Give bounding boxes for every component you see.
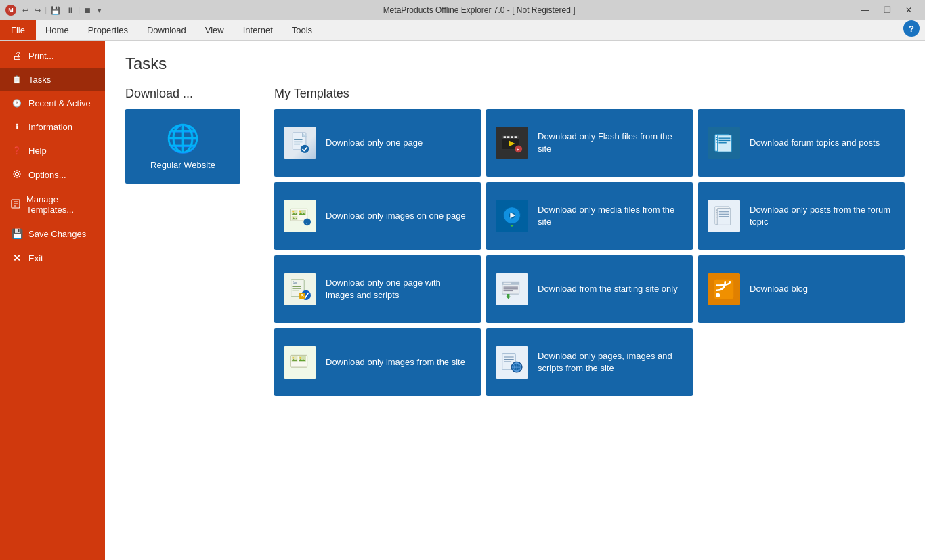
- svg-rect-7: [294, 142, 302, 142]
- svg-rect-14: [511, 136, 513, 138]
- svg-rect-23: [718, 135, 732, 152]
- sidebar-item-help[interactable]: ❓ Help: [0, 139, 105, 163]
- sidebar-item-exit[interactable]: ✕ Exit: [0, 246, 105, 270]
- svg-text:S: S: [301, 293, 304, 299]
- pages-images-scripts-label: Download only pages, images and scripts …: [538, 350, 683, 374]
- tasks-icon: 📋: [11, 75, 23, 84]
- svg-point-70: [299, 357, 301, 359]
- sidebar-item-manage[interactable]: Manage Templates...: [0, 188, 105, 221]
- forum-topics-label: Download forum topics and posts: [750, 137, 880, 149]
- one-page-label: Download only one page: [326, 137, 423, 149]
- template-card-pages-images-scripts[interactable]: Download only pages, images and scripts …: [486, 328, 693, 396]
- forum-posts-icon: [708, 200, 740, 232]
- template-card-blog[interactable]: Download blog: [698, 255, 905, 323]
- starting-site-label: Download from the starting site only: [538, 283, 678, 295]
- menu-bar: File Home Properties Download View Inter…: [0, 20, 925, 41]
- forum-posts-label: Download only posts from the forum topic: [750, 204, 895, 228]
- window-controls: — ❐ ✕: [855, 3, 920, 18]
- images-page-label: Download only images on one page: [326, 210, 466, 222]
- download-section: Download ... 🌐 Regular Website: [125, 87, 261, 396]
- title-bar: M ↩ ↪ | 💾 ⏸ | ⏹ ▾ MetaProducts Offline E…: [0, 0, 925, 20]
- svg-point-0: [16, 173, 19, 176]
- media-icon: [496, 200, 528, 232]
- manage-icon: [11, 199, 21, 211]
- window-title: MetaProducts Offline Explorer 7.0 - [ No…: [383, 5, 576, 15]
- tb-sep1: |: [45, 6, 47, 14]
- media-label: Download only media files from the site: [538, 204, 683, 228]
- download-section-title: Download ...: [125, 87, 261, 101]
- images-site-label: Download only images from the site: [326, 356, 465, 368]
- sidebar-item-tasks[interactable]: 📋 Tasks: [0, 68, 105, 91]
- flash-label: Download only Flash files from the site: [538, 131, 683, 155]
- svg-point-65: [716, 293, 720, 297]
- images-page-icon: ↓: [284, 200, 316, 232]
- content-area: Tasks Download ... 🌐 Regular Website My …: [105, 41, 925, 560]
- app-icon: M: [5, 5, 16, 16]
- menu-home[interactable]: Home: [36, 20, 79, 40]
- page-title: Tasks: [125, 54, 905, 73]
- save-quick-btn[interactable]: 💾: [51, 6, 60, 14]
- svg-rect-15: [515, 136, 517, 138]
- save-icon: 💾: [11, 228, 23, 239]
- page-scripts-icon: A= S: [284, 273, 316, 305]
- svg-rect-12: [504, 136, 507, 138]
- regular-website-label: Regular Website: [150, 160, 215, 170]
- svg-point-31: [299, 211, 301, 213]
- options-icon: [11, 169, 23, 181]
- minimize-button[interactable]: —: [855, 3, 876, 18]
- blog-label: Download blog: [750, 283, 808, 295]
- svg-text:F: F: [517, 147, 520, 152]
- menu-properties[interactable]: Properties: [79, 20, 137, 40]
- menu-view[interactable]: View: [196, 20, 234, 40]
- template-card-page-scripts[interactable]: A= S Download only one page with images …: [274, 255, 481, 323]
- help-sidebar-icon: ❓: [11, 146, 23, 155]
- tb-sep2: |: [78, 6, 80, 14]
- template-card-media[interactable]: Download only media files from the site: [486, 182, 693, 250]
- regular-website-card[interactable]: 🌐 Regular Website: [125, 109, 240, 184]
- forum-topics-icon: [708, 127, 740, 159]
- starting-site-icon: [496, 273, 528, 305]
- tasks-layout: Download ... 🌐 Regular Website My Templa…: [125, 87, 905, 396]
- one-page-icon: [284, 127, 316, 159]
- menu-tools[interactable]: Tools: [282, 20, 322, 40]
- svg-rect-63: [504, 290, 513, 291]
- template-card-starting-site[interactable]: Download from the starting site only: [486, 255, 693, 323]
- close-button[interactable]: ✕: [898, 3, 920, 18]
- template-card-images-site[interactable]: Download only images from the site: [274, 328, 481, 396]
- templates-grid: Download only one page: [274, 109, 905, 396]
- template-card-forum-posts[interactable]: Download only posts from the forum topic: [698, 182, 905, 250]
- menu-file[interactable]: File: [0, 20, 36, 40]
- template-card-flash[interactable]: F Download only Flash files from the sit…: [486, 109, 693, 177]
- restore-button[interactable]: ❐: [876, 3, 898, 18]
- sidebar-item-print[interactable]: 🖨 Print...: [0, 43, 105, 68]
- pause-btn[interactable]: ⏸: [66, 6, 74, 14]
- globe-icon: 🌐: [166, 123, 200, 154]
- blog-icon: [708, 273, 740, 305]
- svg-rect-8: [294, 144, 300, 144]
- dropdown-btn[interactable]: ▾: [98, 6, 102, 14]
- flash-icon: F: [496, 127, 528, 159]
- sidebar-item-information[interactable]: ℹ Information: [0, 115, 105, 139]
- sidebar-item-recent[interactable]: 🕐 Recent & Active: [0, 91, 105, 115]
- svg-rect-60: [504, 283, 511, 284]
- sidebar-item-save[interactable]: 💾 Save Changes: [0, 221, 105, 246]
- print-icon: 🖨: [11, 50, 23, 61]
- pages-images-scripts-icon: [496, 346, 528, 379]
- help-icon[interactable]: ?: [903, 20, 920, 37]
- svg-point-68: [292, 357, 294, 359]
- svg-rect-24: [718, 137, 730, 138]
- svg-rect-13: [507, 136, 510, 138]
- template-card-one-page[interactable]: Download only one page: [274, 109, 481, 177]
- menu-internet[interactable]: Internet: [234, 20, 282, 40]
- svg-rect-62: [504, 288, 518, 289]
- sidebar: 🖨 Print... 📋 Tasks 🕐 Recent & Active ℹ I…: [0, 41, 105, 560]
- app-body: 🖨 Print... 📋 Tasks 🕐 Recent & Active ℹ I…: [0, 41, 925, 560]
- template-card-images-page[interactable]: ↓ Download only images on one page: [274, 182, 481, 250]
- redo-btn[interactable]: ↪: [35, 6, 41, 14]
- template-card-forum-topics[interactable]: Download forum topics and posts: [698, 109, 905, 177]
- menu-download[interactable]: Download: [137, 20, 196, 40]
- quick-access: ↩ ↪ | 💾 ⏸ | ⏹ ▾: [20, 6, 104, 15]
- stop-btn[interactable]: ⏹: [84, 6, 91, 14]
- sidebar-item-options[interactable]: Options...: [0, 163, 105, 188]
- undo-btn[interactable]: ↩: [22, 6, 28, 14]
